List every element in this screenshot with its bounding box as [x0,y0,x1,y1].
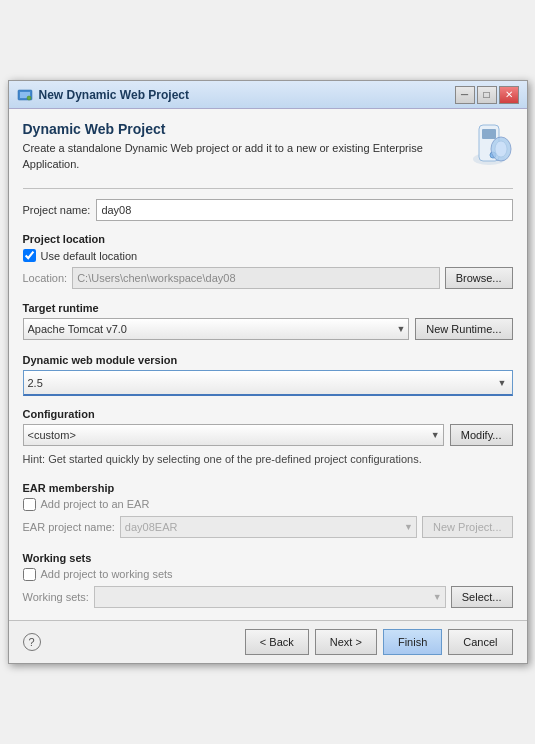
project-name-label: Project name: [23,204,91,216]
add-to-ear-checkbox[interactable] [23,498,36,511]
use-default-location-checkbox-label[interactable]: Use default location [41,250,138,262]
configuration-hint: Hint: Get started quickly by selecting o… [23,452,513,467]
project-location-label: Project location [23,233,513,245]
add-to-working-sets-row: Add project to working sets [23,568,513,581]
header-title: Dynamic Web Project [23,121,457,137]
configuration-row: <custom> Default Configuration ▼ Modify.… [23,424,513,446]
target-runtime-row: Apache Tomcat v7.0 ▼ New Runtime... [23,318,513,340]
title-bar: New Dynamic Web Project ─ □ ✕ [9,81,527,109]
main-window: New Dynamic Web Project ─ □ ✕ Dynamic We… [8,80,528,663]
window-controls: ─ □ ✕ [455,86,519,104]
next-button[interactable]: Next > [315,629,377,655]
svg-point-2 [27,96,31,100]
working-sets-input-label: Working sets: [23,591,89,603]
project-name-row: Project name: [23,199,513,221]
header-description: Create a standalone Dynamic Web project … [23,141,457,172]
module-version-select[interactable]: 2.5 3.0 3.1 [23,370,513,396]
location-row: Location: Browse... [23,267,513,289]
back-button[interactable]: < Back [245,629,309,655]
use-default-location-row: Use default location [23,249,513,262]
header-divider [23,188,513,189]
configuration-label: Configuration [23,408,513,420]
finish-button[interactable]: Finish [383,629,442,655]
ear-membership-section: EAR membership Add project to an EAR EAR… [23,476,513,542]
window-icon [17,87,33,103]
header-icon [465,121,513,169]
module-version-row: 2.5 3.0 3.1 ▼ [23,370,513,396]
ear-project-select-wrapper: day08EAR ▼ [120,516,417,538]
add-to-ear-row: Add project to an EAR [23,498,513,511]
browse-button[interactable]: Browse... [445,267,513,289]
location-input[interactable] [72,267,439,289]
add-to-working-sets-label[interactable]: Add project to working sets [41,568,173,580]
project-name-input[interactable] [96,199,512,221]
project-location-section: Project location Use default location Lo… [23,227,513,294]
module-version-label: Dynamic web module version [23,354,513,366]
working-sets-input-row: Working sets: ▼ Select... [23,586,513,608]
window-title: New Dynamic Web Project [39,88,455,102]
working-sets-select[interactable] [94,586,446,608]
use-default-location-checkbox[interactable] [23,249,36,262]
working-sets-section: Working sets Add project to working sets… [23,546,513,612]
select-working-sets-button[interactable]: Select... [451,586,513,608]
header-text: Dynamic Web Project Create a standalone … [23,121,457,172]
target-runtime-select[interactable]: Apache Tomcat v7.0 [23,318,410,340]
target-runtime-section: Target runtime Apache Tomcat v7.0 ▼ New … [23,296,513,346]
add-to-working-sets-checkbox[interactable] [23,568,36,581]
configuration-select-wrapper: <custom> Default Configuration ▼ [23,424,444,446]
header-section: Dynamic Web Project Create a standalone … [23,121,513,172]
ear-project-row: EAR project name: day08EAR ▼ New Project… [23,516,513,538]
bottom-button-bar: ? < Back Next > Finish Cancel [9,620,527,663]
maximize-button[interactable]: □ [477,86,497,104]
new-project-button: New Project... [422,516,512,538]
working-sets-select-wrapper: ▼ [94,586,446,608]
new-runtime-button[interactable]: New Runtime... [415,318,512,340]
target-runtime-label: Target runtime [23,302,513,314]
minimize-button[interactable]: ─ [455,86,475,104]
location-label: Location: [23,272,68,284]
dialog-content: Dynamic Web Project Create a standalone … [9,109,527,619]
working-sets-label: Working sets [23,552,513,564]
ear-membership-label: EAR membership [23,482,513,494]
svg-rect-4 [482,129,496,139]
help-area: ? [23,633,239,651]
modify-button[interactable]: Modify... [450,424,513,446]
ear-project-label: EAR project name: [23,521,115,533]
configuration-section: Configuration <custom> Default Configura… [23,402,513,475]
configuration-select[interactable]: <custom> Default Configuration [23,424,444,446]
module-version-section: Dynamic web module version 2.5 3.0 3.1 ▼ [23,348,513,396]
target-runtime-select-wrapper: Apache Tomcat v7.0 ▼ [23,318,410,340]
add-to-ear-label[interactable]: Add project to an EAR [41,498,150,510]
svg-point-7 [495,141,507,157]
cancel-button[interactable]: Cancel [448,629,512,655]
help-button[interactable]: ? [23,633,41,651]
close-button[interactable]: ✕ [499,86,519,104]
ear-project-select[interactable]: day08EAR [120,516,417,538]
